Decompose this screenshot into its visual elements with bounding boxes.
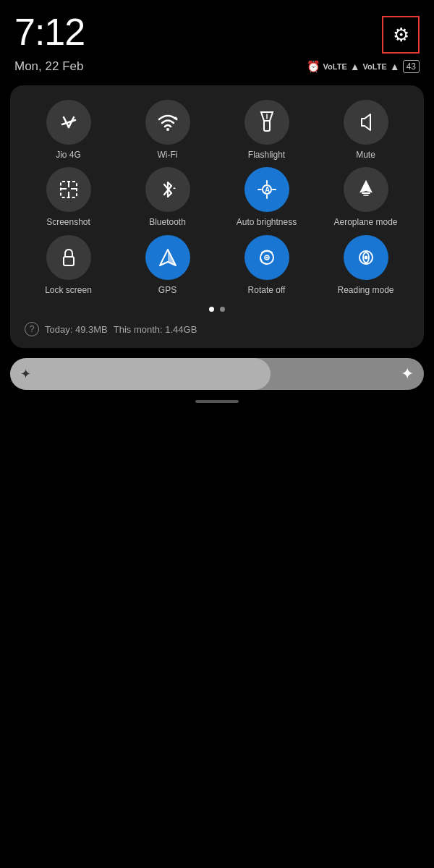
- svg-marker-13: [173, 187, 176, 189]
- tile-gps[interactable]: GPS: [121, 235, 214, 295]
- screenshot-icon: [46, 167, 91, 212]
- lock-screen-icon: [46, 235, 91, 280]
- tile-bluetooth-label: Bluetooth: [149, 217, 186, 227]
- tile-mute[interactable]: Mute: [319, 100, 412, 160]
- data-usage-month: This month: 1.44GB: [114, 324, 197, 335]
- home-indicator[interactable]: [195, 400, 239, 403]
- tile-lock-screen[interactable]: Lock screen: [22, 235, 115, 295]
- quick-settings-panel: Jio 4G Wi-Fi: [10, 85, 424, 348]
- wifi-icon: [145, 100, 190, 145]
- tile-gps-label: GPS: [158, 285, 176, 295]
- gear-icon: ⚙: [393, 24, 409, 46]
- data-usage-help-icon[interactable]: ?: [25, 322, 39, 336]
- tile-wifi-label: Wi-Fi: [158, 150, 178, 160]
- signal2-icon: ▲: [390, 61, 400, 72]
- pagination-dot-2[interactable]: [220, 307, 225, 312]
- svg-rect-20: [64, 257, 74, 265]
- tile-aeroplane[interactable]: Aeroplane mode: [319, 167, 412, 227]
- tile-bluetooth[interactable]: Bluetooth: [121, 167, 214, 227]
- data-usage-row: ? Today: 49.3MB This month: 1.44GB: [22, 322, 412, 336]
- date-status-row: Mon, 22 Feb ⏰ VoLTE ▲ VoLTE ▲ 43: [0, 59, 434, 82]
- svg-point-28: [364, 255, 367, 259]
- brightness-low-icon: ✦: [20, 366, 31, 382]
- settings-button[interactable]: ⚙: [382, 16, 420, 54]
- data-usage-today: Today: 49.3MB: [45, 324, 108, 335]
- tile-wifi[interactable]: Wi-Fi: [121, 100, 214, 160]
- svg-point-3: [166, 128, 169, 131]
- svg-text:A: A: [265, 186, 270, 194]
- tile-reading-mode[interactable]: Reading mode: [319, 235, 412, 295]
- tile-flashlight-label: Flashlight: [248, 150, 285, 160]
- jio4g-icon: [46, 100, 91, 145]
- tile-jio4g[interactable]: Jio 4G: [22, 100, 115, 160]
- svg-rect-6: [264, 121, 270, 131]
- brightness-high-icon: ✦: [401, 365, 414, 383]
- brightness-fill: [10, 358, 271, 390]
- tile-flashlight[interactable]: Flashlight: [220, 100, 313, 160]
- tile-lock-screen-label: Lock screen: [45, 285, 92, 295]
- tile-auto-brightness[interactable]: A Auto brightness: [220, 167, 313, 227]
- lte2-icon: VoLTE: [363, 62, 387, 71]
- mute-icon: [344, 100, 388, 145]
- tile-jio4g-label: Jio 4G: [56, 150, 81, 160]
- svg-line-2: [62, 120, 75, 124]
- bluetooth-icon: [145, 167, 190, 212]
- auto-brightness-icon: A: [244, 167, 289, 212]
- tile-aeroplane-label: Aeroplane mode: [333, 217, 397, 227]
- gps-icon: [145, 235, 190, 280]
- rotate-off-icon: [244, 235, 289, 280]
- tile-rotate-off[interactable]: Rotate off: [220, 235, 313, 295]
- tile-auto-brightness-label: Auto brightness: [237, 217, 297, 227]
- reading-mode-icon: [344, 235, 388, 280]
- pagination-dots: [22, 307, 412, 312]
- flashlight-icon: [244, 100, 289, 145]
- battery-icon: 43: [403, 60, 420, 73]
- pagination-dot-1[interactable]: [209, 307, 214, 312]
- tile-screenshot-label: Screenshot: [46, 217, 90, 227]
- tile-screenshot[interactable]: Screenshot: [22, 167, 115, 227]
- status-icons: ⏰ VoLTE ▲ VoLTE ▲ 43: [307, 60, 420, 73]
- tile-rotate-off-label: Rotate off: [248, 285, 286, 295]
- brightness-bar[interactable]: ✦ ✦: [10, 358, 424, 390]
- aeroplane-icon: [344, 167, 388, 212]
- clock: 7:12: [14, 13, 85, 51]
- alarm-icon: ⏰: [307, 60, 320, 73]
- tile-grid: Jio 4G Wi-Fi: [22, 100, 412, 295]
- lte1-icon: VoLTE: [323, 62, 347, 71]
- tile-reading-mode-label: Reading mode: [337, 285, 393, 295]
- tile-mute-label: Mute: [356, 150, 375, 160]
- status-bar: 7:12 ⚙: [0, 0, 434, 59]
- svg-point-25: [265, 256, 268, 258]
- date-label: Mon, 22 Feb: [14, 59, 83, 74]
- signal1-icon: ▲: [350, 61, 360, 72]
